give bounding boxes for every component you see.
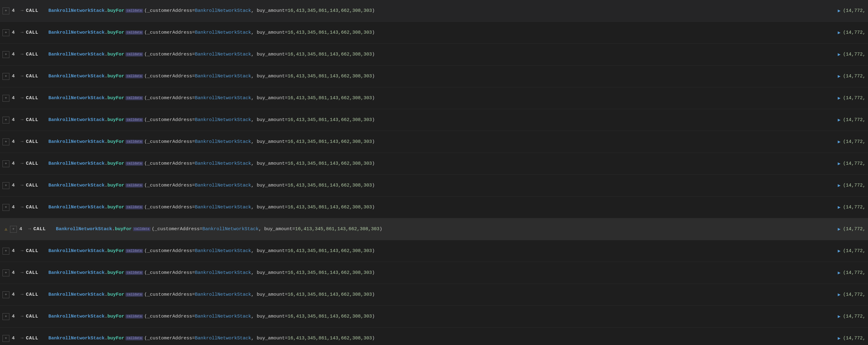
result-expand-arrow[interactable]: ▶ [838, 73, 840, 79]
result-expand-arrow[interactable]: ▶ [838, 226, 840, 232]
contract-name[interactable]: BankrollNetworkStack [49, 270, 104, 275]
method-name[interactable]: buyFor [107, 314, 124, 319]
expand-icon[interactable]: + [2, 117, 9, 124]
row-prefix: + [2, 270, 11, 276]
calldata-badge: calldata [126, 336, 143, 340]
result-value: (14,772, [843, 30, 866, 35]
table-row: +4→CALLBankrollNetworkStack.buyForcallda… [0, 306, 868, 327]
call-params: (_customerAddress=BankrollNetworkStack, … [144, 30, 375, 35]
expand-icon[interactable]: + [2, 291, 9, 298]
method-name[interactable]: buyFor [115, 227, 132, 232]
method-name[interactable]: buyFor [107, 52, 124, 57]
table-row: +4→CALLBankrollNetworkStack.buyForcallda… [0, 109, 868, 131]
result-value: (14,772, [843, 117, 866, 123]
separator-dot: . [104, 8, 107, 13]
contract-name[interactable]: BankrollNetworkStack [49, 96, 104, 101]
result-expand-arrow[interactable]: ▶ [838, 204, 840, 210]
separator-dot: . [104, 96, 107, 101]
table-row: +4→CALLBankrollNetworkStack.buyForcallda… [0, 197, 868, 218]
expand-icon[interactable]: + [2, 182, 9, 189]
method-name[interactable]: buyFor [107, 336, 124, 341]
table-row: +4→CALLBankrollNetworkStack.buyForcallda… [0, 153, 868, 175]
table-row: ⚠+4→CALLBankrollNetworkStack.buyForcalld… [0, 218, 868, 240]
row-prefix: + [2, 51, 11, 58]
method-name[interactable]: buyFor [107, 248, 124, 253]
contract-name[interactable]: BankrollNetworkStack [49, 183, 104, 188]
contract-name[interactable]: BankrollNetworkStack [49, 52, 104, 57]
separator-dot: . [104, 292, 107, 297]
calldata-badge: calldata [126, 183, 143, 187]
result-expand-arrow[interactable]: ▶ [838, 270, 840, 276]
contract-name[interactable]: BankrollNetworkStack [49, 117, 104, 123]
expand-icon[interactable]: + [2, 73, 9, 80]
contract-name[interactable]: BankrollNetworkStack [49, 30, 104, 35]
call-params: (_customerAddress=BankrollNetworkStack, … [144, 8, 375, 13]
contract-name[interactable]: BankrollNetworkStack [49, 8, 104, 13]
expand-icon[interactable]: + [2, 248, 9, 254]
result-expand-arrow[interactable]: ▶ [838, 292, 840, 298]
call-params: (_customerAddress=BankrollNetworkStack, … [144, 117, 375, 123]
row-prefix: + [2, 29, 11, 36]
call-content: BankrollNetworkStack.buyForcalldata(_cus… [49, 96, 835, 101]
result-expand-arrow[interactable]: ▶ [838, 335, 840, 341]
result-expand-arrow[interactable]: ▶ [838, 139, 840, 145]
contract-name[interactable]: BankrollNetworkStack [49, 336, 104, 341]
result-expand-arrow[interactable]: ▶ [838, 30, 840, 36]
result-expand-arrow[interactable]: ▶ [838, 51, 840, 58]
contract-name[interactable]: BankrollNetworkStack [49, 292, 104, 297]
method-name[interactable]: buyFor [107, 8, 124, 13]
row-prefix: + [2, 248, 11, 254]
result-expand-arrow[interactable]: ▶ [838, 161, 840, 167]
direction-arrow: → [28, 227, 31, 232]
method-name[interactable]: buyFor [107, 96, 124, 101]
method-name[interactable]: buyFor [107, 270, 124, 275]
trace-container: +4→CALLBankrollNetworkStack.buyForcallda… [0, 0, 868, 345]
call-content: BankrollNetworkStack.buyForcalldata(_cus… [49, 139, 835, 144]
result-expand-arrow[interactable]: ▶ [838, 117, 840, 123]
separator-dot: . [104, 74, 107, 79]
expand-icon[interactable]: + [2, 160, 9, 167]
row-prefix: + [2, 204, 11, 211]
expand-icon[interactable]: + [2, 313, 9, 320]
method-name[interactable]: buyFor [107, 74, 124, 79]
expand-icon[interactable]: + [2, 335, 9, 342]
result-expand-arrow[interactable]: ▶ [838, 182, 840, 188]
expand-icon[interactable]: + [2, 7, 9, 14]
method-name[interactable]: buyFor [107, 139, 124, 144]
row-prefix: + [2, 7, 11, 14]
method-name[interactable]: buyFor [107, 161, 124, 166]
expand-icon[interactable]: + [2, 204, 9, 211]
contract-name[interactable]: BankrollNetworkStack [49, 74, 104, 79]
expand-icon[interactable]: + [2, 51, 9, 58]
result-expand-arrow[interactable]: ▶ [838, 248, 840, 254]
contract-name[interactable]: BankrollNetworkStack [49, 314, 104, 319]
separator-dot: . [104, 183, 107, 188]
method-name[interactable]: buyFor [107, 30, 124, 35]
result-expand-arrow[interactable]: ▶ [838, 95, 840, 101]
call-type-badge: CALL [26, 30, 45, 35]
expand-icon[interactable]: + [2, 138, 9, 145]
contract-name[interactable]: BankrollNetworkStack [49, 248, 104, 253]
call-params: (_customerAddress=BankrollNetworkStack, … [144, 52, 375, 57]
contract-name[interactable]: BankrollNetworkStack [49, 205, 104, 210]
result-value: (14,772, [843, 139, 866, 144]
expand-icon[interactable]: + [10, 226, 17, 233]
calldata-badge: calldata [126, 74, 143, 78]
contract-name[interactable]: BankrollNetworkStack [49, 161, 104, 166]
call-type-badge: CALL [26, 161, 45, 166]
result-expand-arrow[interactable]: ▶ [838, 8, 840, 14]
expand-icon[interactable]: + [2, 29, 9, 36]
expand-icon[interactable]: + [2, 270, 9, 276]
contract-name[interactable]: BankrollNetworkStack [49, 139, 104, 144]
separator-dot: . [104, 139, 107, 144]
result-expand-arrow[interactable]: ▶ [838, 313, 840, 319]
expand-icon[interactable]: + [2, 95, 9, 102]
call-type-badge: CALL [26, 183, 45, 188]
method-name[interactable]: buyFor [107, 117, 124, 123]
table-row: +4→CALLBankrollNetworkStack.buyForcallda… [0, 66, 868, 87]
method-name[interactable]: buyFor [107, 292, 124, 297]
method-name[interactable]: buyFor [107, 205, 124, 210]
method-name[interactable]: buyFor [107, 183, 124, 188]
contract-name[interactable]: BankrollNetworkStack [56, 227, 112, 232]
calldata-badge: calldata [126, 205, 143, 209]
